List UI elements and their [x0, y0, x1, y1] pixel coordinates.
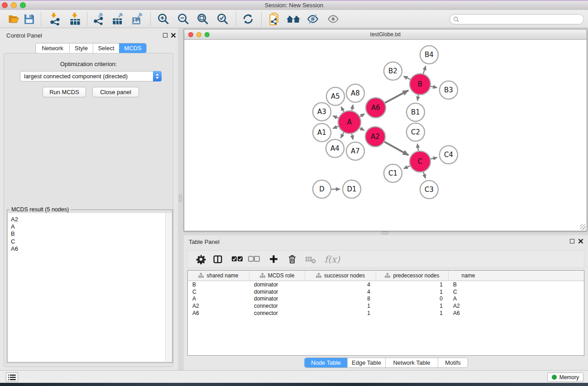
graph-edge-A-A7[interactable] — [352, 133, 353, 139]
table-row[interactable]: A dominator 8 0 A — [188, 295, 584, 303]
tab-motifs[interactable]: Motifs — [438, 358, 468, 367]
graph-node-C3[interactable]: C3 — [420, 181, 438, 199]
result-list-scrollbar[interactable] — [165, 213, 172, 362]
tab-network[interactable]: Network — [36, 43, 69, 53]
graph-node-A6[interactable]: A6 — [366, 98, 386, 118]
table-row[interactable]: A2 connector 1 1 A2 — [188, 302, 584, 310]
search-box[interactable] — [449, 14, 584, 24]
close-panel-icon[interactable] — [171, 32, 176, 38]
column-header-mcds-role[interactable]: MCDS role — [249, 271, 305, 281]
mcds-result-item[interactable]: C — [8, 238, 165, 245]
show-all-button[interactable] — [325, 12, 341, 26]
cybrowser-home-button[interactable] — [286, 12, 301, 26]
apply-layout-button[interactable] — [240, 12, 256, 26]
export-image-button[interactable] — [130, 12, 145, 26]
deselect-all-rows-button[interactable] — [246, 252, 262, 267]
delete-table-button[interactable] — [303, 252, 318, 267]
graph-edge-A-A6[interactable] — [360, 114, 365, 117]
select-all-rows-button[interactable] — [229, 252, 245, 267]
zoom-selected-button[interactable] — [215, 12, 230, 26]
open-session-button[interactable] — [6, 12, 21, 26]
graph-edge-A2-C[interactable] — [384, 142, 409, 155]
create-column-button[interactable] — [266, 252, 281, 267]
graph-node-B1[interactable]: B1 — [406, 103, 425, 121]
show-panel-list-button[interactable] — [6, 372, 18, 382]
graph-edge-A-A2[interactable] — [360, 128, 364, 131]
close-table-panel-icon[interactable] — [578, 238, 583, 244]
graph-edge-C-C1[interactable] — [404, 166, 410, 169]
float-panel-icon[interactable] — [163, 33, 167, 38]
graph-node-A3[interactable]: A3 — [313, 103, 331, 121]
graph-edge-A6-B[interactable] — [385, 91, 408, 103]
tab-style[interactable]: Style — [69, 43, 93, 53]
new-network-from-selection-button[interactable] — [267, 12, 282, 26]
tab-select[interactable]: Select — [93, 43, 119, 53]
graph-node-C[interactable]: C — [410, 151, 430, 172]
mcds-result-item[interactable]: A2 — [8, 216, 165, 223]
network-canvas[interactable]: AA1A2A3A4A5A6A7A8BB1B2B3B4CC1C2C3C4DD1 — [184, 40, 587, 231]
graph-node-C2[interactable]: C2 — [406, 123, 425, 141]
zoom-in-button[interactable] — [156, 12, 171, 26]
vertical-splitter-grip[interactable] — [179, 195, 182, 202]
graph-node-A[interactable]: A — [338, 111, 361, 133]
table-settings-button[interactable] — [193, 252, 209, 267]
graph-edge-B-B1[interactable] — [417, 95, 418, 101]
graph-edge-B-B2[interactable] — [403, 76, 410, 79]
column-header-name[interactable]: name — [449, 271, 488, 281]
horizontal-splitter-grip[interactable] — [382, 231, 388, 234]
column-visibility-button[interactable] — [210, 252, 225, 267]
optimization-criterion-select[interactable]: largest connected component (directed) — [20, 71, 162, 81]
graph-edge-B-B3[interactable] — [431, 86, 437, 88]
function-builder-button[interactable]: f(x) — [322, 252, 342, 267]
graph-node-A5[interactable]: A5 — [326, 87, 344, 105]
graph-edge-B-B4[interactable] — [423, 66, 425, 74]
graph-node-B4[interactable]: B4 — [420, 46, 438, 64]
table-row[interactable]: C dominator 4 1 C — [188, 288, 584, 295]
table-row[interactable]: B dominator 4 1 B — [188, 281, 584, 288]
tab-mcds[interactable]: MCDS — [119, 43, 146, 53]
graph-edge-A-A8[interactable] — [352, 105, 353, 110]
save-session-button[interactable] — [21, 12, 37, 26]
window-resize-grip[interactable] — [580, 224, 586, 230]
run-mcds-button[interactable]: Run MCDS — [43, 87, 86, 97]
tab-edge-table[interactable]: Edge Table — [347, 358, 385, 367]
graph-node-A2[interactable]: A2 — [365, 127, 385, 147]
import-network-button[interactable] — [47, 12, 62, 26]
graph-node-B3[interactable]: B3 — [440, 81, 458, 99]
graph-node-A4[interactable]: A4 — [326, 139, 344, 157]
tab-node-table[interactable]: Node Table — [305, 358, 347, 367]
mcds-result-item[interactable]: B — [8, 230, 165, 238]
graph-edge-A-A3[interactable] — [333, 116, 338, 118]
float-table-panel-icon[interactable] — [570, 239, 574, 243]
graph-edge-A-A1[interactable] — [333, 126, 338, 129]
graph-node-A8[interactable]: A8 — [346, 84, 364, 102]
export-network-button[interactable] — [91, 12, 106, 26]
graph-node-C4[interactable]: C4 — [440, 146, 458, 164]
close-panel-button[interactable]: Close panel — [92, 87, 139, 97]
zoom-fit-button[interactable] — [195, 12, 210, 26]
column-header-shared-name[interactable]: shared name — [188, 271, 249, 281]
column-header-successor-nodes[interactable]: successor nodes — [305, 271, 376, 281]
search-input[interactable] — [461, 15, 583, 24]
graph-node-D1[interactable]: D1 — [343, 180, 361, 198]
graph-node-B[interactable]: B — [410, 74, 430, 95]
memory-button[interactable]: Memory — [547, 372, 583, 382]
graph-node-C1[interactable]: C1 — [384, 164, 402, 182]
graph-node-D[interactable]: D — [313, 180, 331, 198]
export-table-button[interactable] — [110, 12, 126, 26]
graph-edge-A-A5[interactable] — [341, 107, 344, 112]
graph-node-A1[interactable]: A1 — [313, 124, 331, 142]
column-header-predecessor-nodes[interactable]: predecessor nodes — [376, 271, 449, 281]
delete-column-button[interactable] — [284, 252, 300, 267]
graph-node-B2[interactable]: B2 — [384, 62, 402, 80]
graph-edge-C-C2[interactable] — [417, 144, 418, 151]
table-row[interactable]: A6 connector 1 1 A6 — [188, 310, 584, 317]
mcds-result-item[interactable]: A6 — [8, 245, 165, 253]
tab-network-table[interactable]: Network Table — [385, 358, 438, 367]
zoom-out-button[interactable] — [176, 12, 191, 26]
graph-edge-C-C3[interactable] — [423, 172, 425, 178]
hide-selected-button[interactable] — [305, 12, 320, 26]
mcds-result-item[interactable]: A — [8, 223, 165, 230]
graph-edge-C-C4[interactable] — [430, 157, 437, 159]
import-table-button[interactable] — [67, 12, 83, 26]
